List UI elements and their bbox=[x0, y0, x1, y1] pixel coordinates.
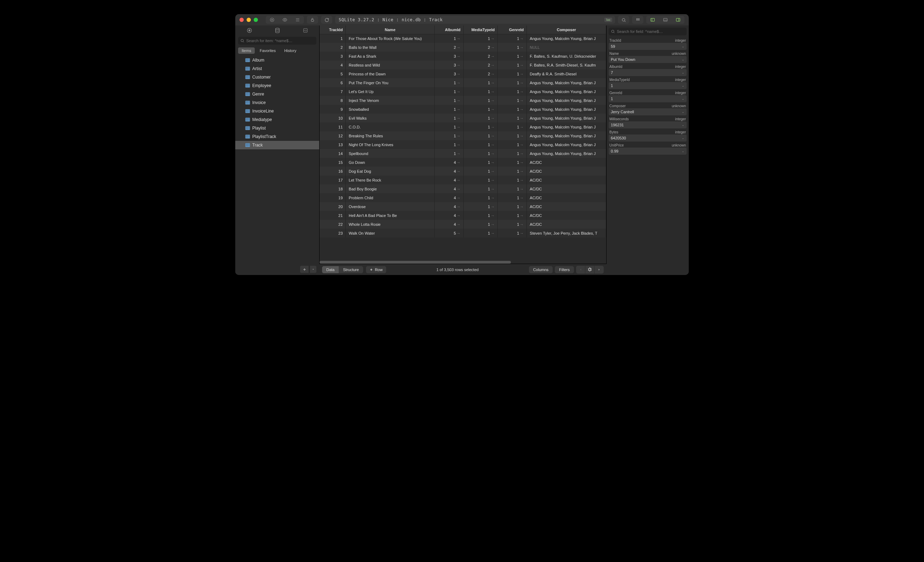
column-header-composer[interactable]: Composer bbox=[527, 25, 606, 34]
cell-name[interactable]: Bad Boy Boogie bbox=[346, 184, 434, 193]
table-row[interactable]: 8Inject The Venom1→1→1→Angus Young, Malc… bbox=[320, 96, 606, 105]
cell-albumid[interactable]: 4→ bbox=[434, 211, 464, 220]
cell-composer[interactable]: NULL bbox=[527, 43, 606, 52]
cell-mediatypeid[interactable]: 1→ bbox=[464, 158, 497, 167]
cell-mediatypeid[interactable]: 1→ bbox=[464, 114, 497, 123]
view-button[interactable] bbox=[279, 16, 291, 24]
cell-mediatypeid[interactable]: 1→ bbox=[464, 149, 497, 158]
sql-tab-icon[interactable]: SQL bbox=[292, 28, 318, 33]
field-value-input[interactable]: 1⌄ bbox=[609, 82, 687, 89]
sub-tab-favorites[interactable]: Favorites bbox=[256, 48, 279, 54]
cell-name[interactable]: Snowballed bbox=[346, 105, 434, 114]
scrollbar-thumb[interactable] bbox=[320, 261, 511, 264]
field-value-input[interactable]: Jerry Cantrell⌄ bbox=[609, 108, 687, 115]
inspector-search-input[interactable] bbox=[617, 29, 684, 34]
column-header-trackid[interactable]: TrackId bbox=[320, 25, 346, 34]
table-row[interactable]: 5Princess of the Dawn3→2→1→Deaffy & R.A.… bbox=[320, 69, 606, 78]
table-wrapper[interactable]: TrackIdNameAlbumIdMediaTypeIdGenreIdComp… bbox=[320, 25, 606, 261]
cell-albumid[interactable]: 4→ bbox=[434, 202, 464, 211]
cell-mediatypeid[interactable]: 1→ bbox=[464, 96, 497, 105]
cell-albumid[interactable]: 1→ bbox=[434, 87, 464, 96]
cell-composer[interactable]: AC/DC bbox=[527, 167, 606, 176]
cell-albumid[interactable]: 3→ bbox=[434, 61, 464, 69]
cell-trackid[interactable]: 6 bbox=[320, 78, 346, 87]
cell-composer[interactable]: Angus Young, Malcolm Young, Brian J bbox=[527, 34, 606, 43]
cell-mediatypeid[interactable]: 1→ bbox=[464, 87, 497, 96]
left-panel-toggle[interactable] bbox=[646, 16, 659, 24]
cell-composer[interactable]: Steven Tyler, Joe Perry, Jack Blades, T bbox=[527, 229, 606, 238]
add-item-dropdown[interactable] bbox=[310, 266, 316, 273]
cell-genreid[interactable]: 1→ bbox=[498, 158, 527, 167]
column-header-mediatypeid[interactable]: MediaTypeId bbox=[464, 25, 497, 34]
cell-composer[interactable]: AC/DC bbox=[527, 211, 606, 220]
cell-genreid[interactable]: 1→ bbox=[498, 140, 527, 149]
field-value-input[interactable]: 1⌄ bbox=[609, 95, 687, 102]
cell-mediatypeid[interactable]: 2→ bbox=[464, 69, 497, 78]
cell-mediatypeid[interactable]: 1→ bbox=[464, 211, 497, 220]
table-row[interactable]: 14Spellbound1→1→1→Angus Young, Malcolm Y… bbox=[320, 149, 606, 158]
cell-mediatypeid[interactable]: 1→ bbox=[464, 202, 497, 211]
cell-albumid[interactable]: 1→ bbox=[434, 34, 464, 43]
sidebar-search-input[interactable] bbox=[246, 39, 314, 43]
cell-name[interactable]: Dog Eat Dog bbox=[346, 167, 434, 176]
cell-genreid[interactable]: 1→ bbox=[498, 123, 527, 131]
cell-name[interactable]: For Those About To Rock (We Salute You) bbox=[346, 34, 434, 43]
cell-genreid[interactable]: 1→ bbox=[498, 96, 527, 105]
cell-composer[interactable]: F. Baltes, R.A. Smith-Diesel, S. Kaufm bbox=[527, 61, 606, 69]
cell-composer[interactable]: Angus Young, Malcolm Young, Brian J bbox=[527, 131, 606, 140]
cell-composer[interactable]: AC/DC bbox=[527, 220, 606, 229]
cell-composer[interactable]: Angus Young, Malcolm Young, Brian J bbox=[527, 87, 606, 96]
cell-albumid[interactable]: 4→ bbox=[434, 176, 464, 184]
cell-genreid[interactable]: 1→ bbox=[498, 176, 527, 184]
field-value-input[interactable]: 6420530⌄ bbox=[609, 135, 687, 142]
table-row[interactable]: 19Problem Child4→1→1→AC/DC bbox=[320, 193, 606, 202]
sidebar-item-artist[interactable]: Artist bbox=[235, 64, 319, 73]
cell-name[interactable]: Let There Be Rock bbox=[346, 176, 434, 184]
table-row[interactable]: 20Overdose4→1→1→AC/DC bbox=[320, 202, 606, 211]
cell-genreid[interactable]: 1→ bbox=[498, 61, 527, 69]
cell-mediatypeid[interactable]: 2→ bbox=[464, 52, 497, 61]
cell-mediatypeid[interactable]: 1→ bbox=[464, 123, 497, 131]
stop-button[interactable] bbox=[266, 16, 279, 24]
sidebar-item-genre[interactable]: Genre bbox=[235, 90, 319, 99]
cell-albumid[interactable]: 3→ bbox=[434, 69, 464, 78]
table-row[interactable]: 1For Those About To Rock (We Salute You)… bbox=[320, 34, 606, 43]
cell-composer[interactable]: Angus Young, Malcolm Young, Brian J bbox=[527, 114, 606, 123]
cell-genreid[interactable]: 1→ bbox=[498, 69, 527, 78]
cell-composer[interactable]: AC/DC bbox=[527, 176, 606, 184]
cell-mediatypeid[interactable]: 1→ bbox=[464, 34, 497, 43]
table-row[interactable]: 15Go Down4→1→1→AC/DC bbox=[320, 158, 606, 167]
cell-trackid[interactable]: 12 bbox=[320, 131, 346, 140]
cell-trackid[interactable]: 14 bbox=[320, 149, 346, 158]
cell-genreid[interactable]: 1→ bbox=[498, 52, 527, 61]
cell-name[interactable]: Go Down bbox=[346, 158, 434, 167]
table-row[interactable]: 6Put The Finger On You1→1→1→Angus Young,… bbox=[320, 78, 606, 87]
cell-albumid[interactable]: 4→ bbox=[434, 220, 464, 229]
cell-name[interactable]: Restless and Wild bbox=[346, 61, 434, 69]
cell-name[interactable]: Balls to the Wall bbox=[346, 43, 434, 52]
cell-genreid[interactable]: 1→ bbox=[498, 211, 527, 220]
cell-trackid[interactable]: 23 bbox=[320, 229, 346, 238]
search-button[interactable] bbox=[618, 16, 629, 24]
data-tab-button[interactable]: Data bbox=[322, 266, 339, 273]
columns-button[interactable]: Columns bbox=[529, 266, 553, 273]
cell-mediatypeid[interactable]: 1→ bbox=[464, 220, 497, 229]
cell-trackid[interactable]: 22 bbox=[320, 220, 346, 229]
cell-albumid[interactable]: 4→ bbox=[434, 193, 464, 202]
cell-genreid[interactable]: 1→ bbox=[498, 149, 527, 158]
cell-composer[interactable]: F. Baltes, S. Kaufman, U. Dirkscneider bbox=[527, 52, 606, 61]
cell-albumid[interactable]: 1→ bbox=[434, 140, 464, 149]
cell-name[interactable]: Put The Finger On You bbox=[346, 78, 434, 87]
field-value-input[interactable]: Put You Down⌄ bbox=[609, 56, 687, 63]
breadcrumb[interactable]: SQLite 3.27.2 : Nice : nice.db : Track l… bbox=[335, 16, 615, 24]
column-header-albumid[interactable]: AlbumId bbox=[434, 25, 464, 34]
sidebar-item-mediatype[interactable]: Mediatype bbox=[235, 115, 319, 124]
cell-mediatypeid[interactable]: 1→ bbox=[464, 140, 497, 149]
cell-albumid[interactable]: 1→ bbox=[434, 78, 464, 87]
field-value-input[interactable]: 7⌄ bbox=[609, 69, 687, 76]
table-row[interactable]: 22Whole Lotta Rosie4→1→1→AC/DC bbox=[320, 220, 606, 229]
cell-genreid[interactable]: 1→ bbox=[498, 87, 527, 96]
table-row[interactable]: 2Balls to the Wall2→2→1→NULL bbox=[320, 43, 606, 52]
cell-albumid[interactable]: 1→ bbox=[434, 131, 464, 140]
cell-albumid[interactable]: 1→ bbox=[434, 123, 464, 131]
